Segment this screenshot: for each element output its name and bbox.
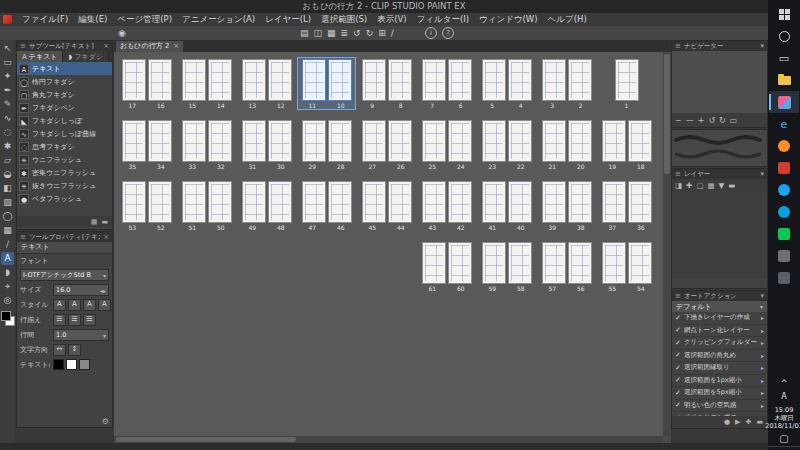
scroll-thumb[interactable] <box>116 437 296 442</box>
auto-action-item[interactable]: ✓明るい色の空気感▸ <box>672 400 767 413</box>
fill-tool[interactable]: ◧ <box>1 182 14 195</box>
subtool-item[interactable]: ◣フキダシしっぽ <box>17 114 112 127</box>
checkmark-icon[interactable]: ✓ <box>675 401 681 409</box>
page-spread[interactable]: 5554 <box>598 241 655 292</box>
page-spread[interactable]: 3736 <box>598 180 655 231</box>
page-spread[interactable]: 2322 <box>478 119 535 170</box>
auto-action-item[interactable]: ✓下描きレイヤーの作成▸ <box>672 312 767 325</box>
checkmark-icon[interactable]: ✓ <box>675 314 681 322</box>
subtool-tab-フキダシ[interactable]: ◗フキダシ <box>63 51 108 62</box>
auto-select-tool[interactable]: ✦ <box>1 70 14 83</box>
airbrush-tool[interactable]: ◌ <box>1 126 14 139</box>
play-icon[interactable]: ▸ <box>761 327 764 334</box>
page-spread[interactable]: 4948 <box>238 180 295 231</box>
gradient-tool[interactable]: ▨ <box>1 196 14 209</box>
ruler-tool[interactable]: ∕ <box>1 238 14 251</box>
search-icon[interactable] <box>769 25 799 47</box>
figure-tool[interactable]: ◯ <box>1 210 14 223</box>
style-button-3[interactable]: A <box>98 299 111 311</box>
align-button-1[interactable]: ☰ <box>68 314 81 326</box>
page-spread[interactable]: 3332 <box>178 119 235 170</box>
pen-tool[interactable]: ✒ <box>1 84 14 97</box>
blend-tool[interactable]: ◒ <box>1 168 14 181</box>
auto-action-item[interactable]: ✓網点トーン化レイヤー▸ <box>672 325 767 338</box>
menu-item[interactable]: レイヤー(L) <box>260 13 316 26</box>
balloon-tool[interactable]: ◗ <box>1 266 14 279</box>
horizontal-scrollbar[interactable] <box>114 436 663 443</box>
start-button[interactable] <box>769 3 799 25</box>
checkmark-icon[interactable]: ✓ <box>675 339 681 347</box>
style-button-2[interactable]: A <box>83 299 96 311</box>
zoom-slider[interactable]: — <box>686 116 694 125</box>
subtool-item[interactable]: Aテキスト <box>17 62 112 75</box>
auto-action-item[interactable]: ✓クリッピングフォルダー▸ <box>672 337 767 350</box>
wrench-icon[interactable]: ⚙ <box>102 417 109 426</box>
subtool-tab-テキスト[interactable]: Aテキスト <box>17 51 63 62</box>
size-input[interactable]: 16.0 ◂▸ <box>53 284 109 296</box>
menu-item[interactable]: 編集(E) <box>73 13 112 26</box>
page-spread[interactable]: 1716 <box>118 58 175 109</box>
record-action-icon[interactable]: ● <box>724 418 730 426</box>
page-spread[interactable]: 1918 <box>598 119 655 170</box>
zoom-tool[interactable]: ◎ <box>1 294 14 307</box>
checkmark-icon[interactable]: ✓ <box>675 326 681 334</box>
file-explorer-icon[interactable] <box>769 69 799 91</box>
page-spread[interactable]: 2120 <box>538 119 595 170</box>
page-spread[interactable]: 54 <box>478 58 535 109</box>
subtool-item[interactable]: ✳ウニフラッシュ <box>17 153 112 166</box>
layer-list[interactable] <box>672 191 767 278</box>
frame-border-tool[interactable]: ▦ <box>1 224 14 237</box>
rotate-right-icon[interactable]: ↻ <box>719 116 726 125</box>
collapse-icon[interactable]: ▾ <box>760 292 764 300</box>
subtool-item[interactable]: ◌思考フキダシ <box>17 140 112 153</box>
list-view-icon[interactable]: ≣ <box>341 27 349 39</box>
zoom-in-icon[interactable]: + <box>698 116 705 125</box>
text-color-chip-1[interactable] <box>66 359 77 370</box>
menu-item[interactable]: アニメーション(A) <box>177 13 260 26</box>
direction-button-1[interactable]: ↕ <box>68 344 81 356</box>
style-button-0[interactable]: A <box>53 299 66 311</box>
page-spread[interactable]: 5352 <box>118 180 175 231</box>
fit-screen-icon[interactable]: ▭ <box>730 116 738 125</box>
page-spread[interactable]: 4342 <box>418 180 475 231</box>
page-spread[interactable]: 3938 <box>538 180 595 231</box>
ruler-snap-icon[interactable]: ∕ <box>391 27 394 39</box>
blend-mode-icon[interactable]: ◨ <box>675 181 682 190</box>
checkmark-icon[interactable]: ✓ <box>675 351 681 359</box>
zoom-out-icon[interactable]: − <box>675 116 682 125</box>
direction-button-0[interactable]: ↔ <box>53 344 66 356</box>
text-color-chip-0[interactable] <box>53 359 64 370</box>
auto-action-item[interactable]: ✓ベベルとエンボス▸ <box>672 412 767 416</box>
play-action-icon[interactable]: ▶ <box>735 418 740 426</box>
edge-icon[interactable]: e <box>769 113 799 135</box>
new-page-icon[interactable]: ▤ <box>300 27 309 39</box>
line-space-input[interactable]: 1.0 ▾ <box>53 329 109 341</box>
layer-settings-icon[interactable]: ▼ <box>719 181 725 190</box>
menu-item[interactable]: 選択範囲(S) <box>316 13 372 26</box>
page-manager-view[interactable]: 1716151413121110987654321353433323130292… <box>114 52 663 436</box>
page-spread[interactable]: 1514 <box>178 58 235 109</box>
play-icon[interactable]: ▸ <box>761 414 764 416</box>
subtool-item[interactable]: ✒フキダシペン <box>17 101 112 114</box>
subtool-item[interactable]: ▢角丸フキダシ <box>17 88 112 101</box>
operation-tool[interactable]: ↖ <box>1 42 14 55</box>
page-spread[interactable]: 98 <box>358 58 415 109</box>
play-icon[interactable]: ▸ <box>761 339 764 346</box>
page-spread[interactable]: 32 <box>538 58 595 109</box>
app-icon-2[interactable] <box>769 267 799 289</box>
palette-menu-icon[interactable]: ≡ <box>675 170 681 178</box>
checkmark-icon[interactable]: ✓ <box>675 389 681 397</box>
brush-tool[interactable]: ∿ <box>1 112 14 125</box>
redo-icon[interactable]: ↻ <box>366 27 374 39</box>
checkmark-icon[interactable]: ✓ <box>675 364 681 372</box>
page-spread[interactable]: 2928 <box>298 119 355 170</box>
page-spread[interactable]: 1312 <box>238 58 295 109</box>
marquee-tool[interactable]: ▭ <box>1 56 14 69</box>
mask-icon[interactable]: ▦ <box>707 181 714 190</box>
page-spread[interactable]: 6160 <box>418 241 475 292</box>
tray-expand-icon[interactable]: ^ <box>781 377 788 390</box>
close-icon[interactable]: × <box>103 233 109 241</box>
play-icon[interactable]: ▸ <box>761 377 764 384</box>
app-icon-1[interactable] <box>769 245 799 267</box>
menu-item[interactable]: ウィンドウ(W) <box>474 13 543 26</box>
